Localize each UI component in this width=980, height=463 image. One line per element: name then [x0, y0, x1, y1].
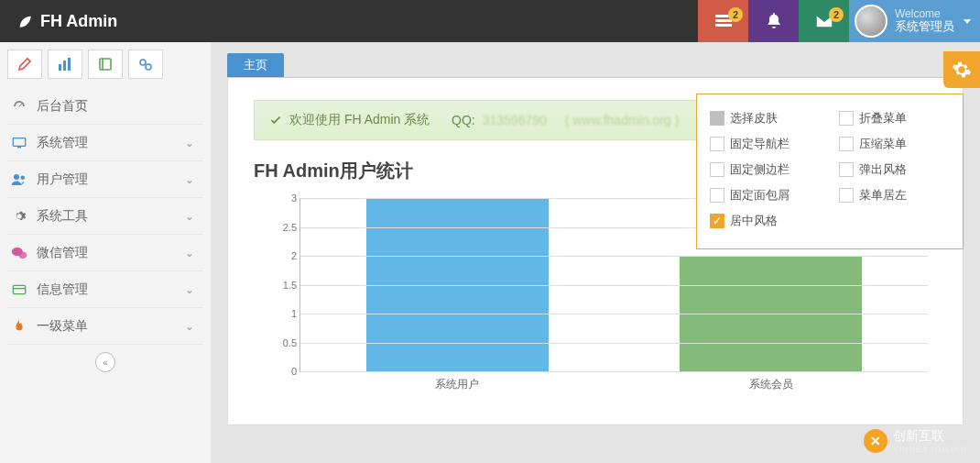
checkbox-icon: [710, 162, 724, 177]
book-icon: [98, 57, 113, 72]
y-tick: 0: [273, 366, 297, 377]
y-tick: 0.5: [273, 337, 297, 348]
edit-button[interactable]: [7, 50, 42, 79]
sidebar-item-1[interactable]: 系统管理⌄: [7, 125, 203, 161]
settings-option-8[interactable]: ✓居中风格: [701, 208, 830, 234]
svg-rect-6: [100, 59, 111, 70]
sidebar-item-0[interactable]: 后台首页: [7, 88, 203, 125]
chevron-down-icon: ⌄: [185, 283, 194, 296]
svg-point-13: [21, 175, 26, 180]
brand-text: FH Admin: [40, 12, 117, 31]
checkbox-icon: [839, 188, 854, 203]
gridline: [300, 371, 928, 372]
y-tick: 1: [273, 308, 297, 319]
settings-option-4[interactable]: 固定侧边栏: [701, 157, 830, 182]
chevron-down-icon: ⌄: [185, 210, 194, 223]
brand: FH Admin: [0, 12, 698, 31]
svg-point-15: [18, 251, 27, 259]
qq-value: 313596790: [483, 113, 547, 127]
watermark-brand: 创新互联: [893, 428, 967, 445]
gridline: [300, 343, 928, 344]
stats-button[interactable]: [48, 50, 82, 79]
y-tick: 1.5: [273, 280, 297, 291]
bars-icon: [58, 57, 72, 72]
sidebar-item-6[interactable]: 一级菜单⌄: [7, 308, 203, 345]
svg-rect-11: [17, 147, 21, 148]
collapse-sidebar-button[interactable]: «: [95, 352, 115, 372]
role-label: 系统管理员: [895, 20, 954, 33]
mini-toolbar: [7, 50, 203, 79]
svg-rect-16: [13, 285, 25, 293]
svg-rect-10: [13, 138, 25, 146]
user-text: Welcome 系统管理员: [895, 8, 954, 33]
users-icon: [11, 173, 27, 186]
watermark-sub: XINNET HULIAN: [893, 445, 967, 454]
settings-option-3[interactable]: 压缩菜单: [830, 131, 959, 157]
avatar: [855, 5, 887, 38]
settings-toggle-button[interactable]: [943, 51, 980, 88]
y-tick: 3: [273, 193, 297, 204]
sidebar-item-5[interactable]: 信息管理⌄: [7, 271, 203, 308]
settings-option-label: 固定面包屑: [730, 187, 789, 204]
site-value: ( www.fhadmin.org ): [565, 113, 679, 127]
chevron-down-icon: ⌄: [185, 137, 194, 149]
x-label: 系统用户: [299, 377, 614, 392]
user-menu[interactable]: Welcome 系统管理员: [849, 0, 980, 42]
desktop-icon: [11, 137, 27, 149]
y-tick: 2: [273, 250, 297, 261]
pencil-icon: [17, 57, 32, 72]
sidebar-item-2[interactable]: 用户管理⌄: [7, 161, 203, 198]
gear-icon: [952, 60, 972, 80]
sidebar-item-label: 后台首页: [37, 98, 88, 115]
chevron-down-icon: ⌄: [185, 320, 194, 333]
gridline: [300, 256, 928, 257]
settings-option-5[interactable]: 弹出风格: [830, 157, 959, 182]
dashboard-icon: [11, 99, 27, 114]
flame-icon: [11, 319, 27, 334]
settings-option-7[interactable]: 菜单居左: [830, 182, 959, 208]
settings-option-6[interactable]: 固定面包屑: [701, 182, 830, 208]
x-label: 系统会员: [614, 377, 928, 392]
checkbox-icon: [710, 111, 724, 126]
sidebar: 后台首页系统管理⌄用户管理⌄系统工具⌄微信管理⌄信息管理⌄一级菜单⌄ «: [0, 42, 211, 463]
svg-rect-3: [59, 64, 61, 71]
topbar: FH Admin 2 2 Welcome 系统管理员: [0, 0, 980, 42]
bell-icon: [767, 13, 781, 29]
sidebar-item-3[interactable]: 系统工具⌄: [7, 198, 203, 235]
settings-option-label: 菜单居左: [859, 187, 907, 204]
messages-badge: 2: [829, 7, 844, 22]
watermark: ✕ 创新互联 XINNET HULIAN: [864, 428, 967, 454]
notifications-button[interactable]: [748, 0, 799, 42]
messages-button[interactable]: 2: [799, 0, 849, 42]
gridline: [300, 285, 928, 286]
settings-option-1[interactable]: 折叠菜单: [830, 105, 959, 131]
settings-option-label: 固定侧边栏: [730, 161, 789, 178]
settings-option-2[interactable]: 固定导航栏: [701, 131, 830, 157]
gears-icon: [138, 57, 153, 72]
sidebar-item-label: 微信管理: [37, 245, 88, 261]
y-tick: 2.5: [273, 222, 297, 233]
collapse-row: «: [7, 345, 203, 380]
qq-label: QQ:: [452, 113, 475, 127]
settings-option-label: 居中风格: [730, 213, 778, 229]
gridline: [300, 314, 928, 314]
main: 主页 欢迎使用 FH Admin 系统 QQ: 313596790 ( www.…: [211, 42, 980, 463]
checkbox-icon: [839, 111, 854, 126]
settings-option-label: 压缩菜单: [859, 136, 907, 152]
sidebar-item-4[interactable]: 微信管理⌄: [7, 235, 203, 271]
settings-mini-button[interactable]: [128, 50, 163, 79]
checkbox-icon: ✓: [710, 214, 724, 228]
chevron-down-icon: ⌄: [185, 173, 194, 186]
settings-option-0[interactable]: 选择皮肤: [701, 105, 830, 131]
welcome-prefix: 欢迎使用 FH Admin 系统: [289, 112, 430, 128]
sidebar-item-label: 用户管理: [37, 171, 88, 188]
sidebar-item-label: 信息管理: [37, 281, 88, 298]
tab-home[interactable]: 主页: [227, 53, 284, 77]
leaf-icon: [16, 13, 33, 29]
tasks-button[interactable]: 2: [698, 0, 748, 42]
book-button[interactable]: [88, 50, 123, 79]
svg-point-8: [140, 60, 146, 65]
tab-row: 主页: [227, 51, 964, 77]
checkbox-icon: [839, 162, 854, 177]
settings-option-label: 固定导航栏: [730, 136, 789, 152]
